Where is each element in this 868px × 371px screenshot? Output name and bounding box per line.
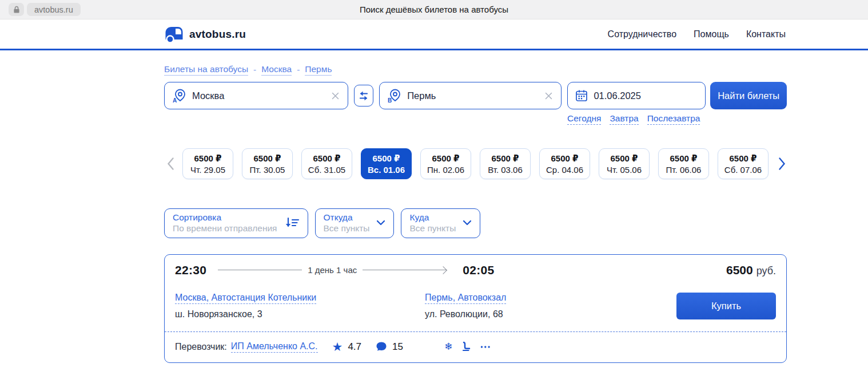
date-cell[interactable]: 6500 ₽ Пт. 30.05: [242, 148, 293, 179]
to-station-block: Пермь, Автовокзал ул. Революции, 68: [425, 293, 675, 320]
date-cell[interactable]: 6500 ₽ Вт. 03.06: [480, 148, 531, 179]
from-station-address: ш. Новорязанское, 3: [175, 309, 425, 319]
swap-arrows-icon: [358, 90, 369, 101]
price: 6500 руб.: [726, 263, 776, 277]
address-bar[interactable]: avtobus.ru: [27, 3, 81, 16]
star-icon: ★: [332, 341, 343, 353]
breadcrumb-separator: -: [297, 65, 300, 75]
cell-price: 6500 ₽: [670, 153, 698, 164]
cell-date: Сб. 07.06: [724, 165, 762, 175]
recliner-seat-icon: [461, 341, 471, 352]
more-amenities-icon[interactable]: [480, 345, 491, 349]
air-conditioning-icon: ❄: [444, 342, 452, 352]
reviews-count: 15: [392, 341, 403, 353]
date-cell[interactable]: 6500 ₽ Ср. 04.06: [539, 148, 590, 179]
nav-link-help[interactable]: Помощь: [694, 29, 729, 40]
date-cell[interactable]: 6500 ₽ Пт. 06.06: [658, 148, 709, 179]
chevron-left-icon: [166, 157, 175, 171]
calendar-icon: [575, 89, 588, 102]
from-station-link[interactable]: Москва, Автостанция Котельники: [175, 293, 316, 305]
quick-date-today[interactable]: Сегодня: [567, 113, 601, 125]
filters-bar: Сортировка По времени отправления Откуда…: [164, 208, 787, 238]
ssl-lock-badge[interactable]: [9, 3, 24, 16]
chevron-right-icon: [778, 157, 786, 171]
nav-link-partnership[interactable]: Сотрудничество: [608, 29, 677, 40]
logo[interactable]: avtobus.ru: [164, 25, 246, 44]
to-points-dropdown[interactable]: Куда Все пункты: [401, 208, 480, 238]
date-cell[interactable]: 6500 ₽ Чт. 29.05: [182, 148, 233, 179]
from-points-dropdown[interactable]: Откуда Все пункты: [315, 208, 395, 238]
to-station-address: ул. Революции, 68: [425, 309, 675, 319]
from-input[interactable]: [192, 90, 330, 101]
lock-icon: [13, 6, 20, 14]
price-value: 6500: [726, 263, 753, 277]
date-field[interactable]: [567, 82, 706, 109]
svg-text:А: А: [173, 97, 177, 104]
site-header: avtobus.ru Сотрудничество Помощь Контакт…: [0, 19, 868, 50]
reviews-bubble-icon: [376, 341, 387, 352]
logo-text: avtobus.ru: [189, 28, 246, 41]
to-points-value: Все пункты: [409, 223, 456, 234]
date-carousel: 6500 ₽ Чт. 29.05 6500 ₽ Пт. 30.05 6500 ₽…: [164, 148, 787, 179]
sort-dropdown[interactable]: Сортировка По времени отправления: [164, 208, 308, 238]
date-cell[interactable]: 6500 ₽ Сб. 31.05: [301, 148, 352, 179]
duration-line-segment: [218, 270, 302, 270]
cell-date: Ср. 04.06: [546, 165, 583, 175]
stations-row: Москва, Автостанция Котельники ш. Новоря…: [175, 293, 776, 320]
url-text: avtobus.ru: [34, 5, 73, 14]
pin-a-icon: А: [172, 88, 187, 104]
cell-date: Чт. 05.06: [607, 165, 642, 175]
from-points-value: Все пункты: [324, 223, 370, 234]
breadcrumb-link-perm[interactable]: Пермь: [305, 64, 332, 76]
page-tab-title: Поиск дешёвых билетов на автобусы: [0, 5, 868, 14]
to-station-link[interactable]: Пермь, Автовокзал: [425, 293, 506, 305]
date-cell[interactable]: 6500 ₽ Пн. 02.06: [420, 148, 471, 179]
search-tickets-button[interactable]: Найти билеты: [710, 82, 787, 109]
date-input[interactable]: [594, 90, 698, 101]
main-content: Билеты на автобусы - Москва - Пермь А: [164, 64, 787, 363]
swap-directions-button[interactable]: [354, 85, 373, 106]
from-field[interactable]: А: [164, 82, 348, 109]
to-input[interactable]: [407, 90, 543, 101]
depart-time: 22:30: [175, 263, 206, 277]
cell-date: Пн. 02.06: [427, 165, 464, 175]
to-clear-button[interactable]: [543, 90, 554, 101]
cell-price: 6500 ₽: [611, 153, 638, 164]
ride-card: 22:30 1 день 1 час 02:05 6500 руб. Москв…: [164, 254, 787, 364]
quick-date-day-after[interactable]: Послезавтра: [647, 113, 700, 125]
carousel-next-button[interactable]: [775, 157, 789, 171]
cell-date: Чт. 29.05: [190, 165, 225, 175]
pin-b-icon: В: [387, 88, 402, 104]
cell-price: 6500 ₽: [254, 153, 281, 164]
cell-date: Вт. 03.06: [488, 165, 523, 175]
chevron-down-icon: [463, 220, 472, 226]
date-cell[interactable]: 6500 ₽ Сб. 07.06: [718, 148, 769, 179]
close-icon: [544, 92, 553, 100]
cell-date: Пт. 30.05: [250, 165, 285, 175]
carousel-cells: 6500 ₽ Чт. 29.05 6500 ₽ Пт. 30.05 6500 ₽…: [182, 148, 769, 179]
nav-link-contacts[interactable]: Контакты: [746, 29, 786, 40]
cell-date: Вс. 01.06: [368, 165, 405, 175]
breadcrumb-link-moscow[interactable]: Москва: [261, 64, 292, 76]
breadcrumb-link-tickets[interactable]: Билеты на автобусы: [164, 64, 248, 76]
cell-price: 6500 ₽: [432, 153, 460, 164]
amenities-group: ❄: [444, 341, 491, 352]
duration-line: 1 день 1 час: [218, 265, 447, 275]
rating-group: ★ 4.7 15: [332, 341, 403, 353]
date-cell[interactable]: 6500 ₽ Чт. 05.06: [599, 148, 650, 179]
rating-value: 4.7: [348, 341, 361, 353]
quick-date-tomorrow[interactable]: Завтра: [610, 113, 638, 125]
duration-arrow: [363, 270, 447, 270]
from-station-block: Москва, Автостанция Котельники ш. Новоря…: [175, 293, 425, 320]
to-field[interactable]: В: [379, 82, 562, 109]
carousel-prev-button[interactable]: [164, 157, 177, 171]
date-cell-selected[interactable]: 6500 ₽ Вс. 01.06: [361, 148, 412, 179]
quick-date-links: Сегодня Завтра Послезавтра: [567, 113, 787, 125]
cell-price: 6500 ₽: [373, 153, 400, 164]
from-clear-button[interactable]: [330, 90, 341, 101]
carrier-link[interactable]: ИП Амельченко А.С.: [231, 341, 318, 353]
route-row: 22:30 1 день 1 час 02:05 6500 руб.: [175, 263, 776, 277]
search-form: А В: [164, 82, 787, 109]
buy-button[interactable]: Купить: [676, 293, 776, 319]
arrive-time: 02:05: [463, 263, 494, 277]
